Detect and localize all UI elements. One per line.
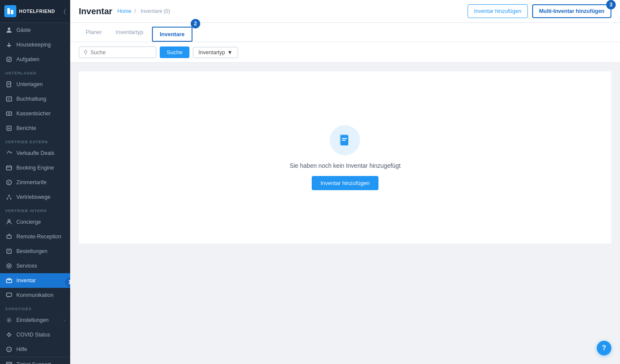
svg-point-18 bbox=[8, 220, 10, 222]
header-actions: Inventar hinzufügen Multi-Inventar hinzu… bbox=[468, 4, 611, 18]
sidebar-item-inventar[interactable]: Inventar 1 bbox=[0, 273, 70, 288]
tab-inventare[interactable]: Inventare bbox=[152, 27, 192, 42]
svg-text:€: € bbox=[8, 181, 10, 184]
svg-point-27 bbox=[8, 333, 10, 336]
sidebar-item-remote-reception[interactable]: Remote-Reception bbox=[0, 229, 70, 244]
sidebar-item-services-label: Services bbox=[16, 263, 65, 269]
accounting-icon bbox=[5, 95, 13, 103]
sidebar-item-booking-engine[interactable]: Booking Engine bbox=[0, 160, 70, 175]
section-label-sonstiges: SONSTIGES bbox=[0, 302, 70, 313]
sidebar-item-hilfe[interactable]: ? Hilfe bbox=[0, 342, 70, 357]
sidebar-item-ticket-label: Ticket Support bbox=[16, 361, 65, 364]
tabs-bar: Planer Inventartyp Inventare 2 bbox=[70, 23, 620, 42]
sidebar-item-housekeeping-label: Housekeeping bbox=[16, 42, 65, 48]
svg-rect-4 bbox=[9, 43, 9, 45]
breadcrumb-separator: / bbox=[134, 8, 136, 14]
empty-state-add-button[interactable]: Inventar hinzufügen bbox=[312, 176, 378, 190]
sidebar-item-kommunikation[interactable]: Kommunikation bbox=[0, 288, 70, 302]
svg-rect-1 bbox=[11, 10, 13, 14]
svg-rect-9 bbox=[6, 112, 12, 115]
tab-planer[interactable]: Planer bbox=[79, 23, 109, 42]
sidebar-item-zimmertarife[interactable]: € Zimmertarife bbox=[0, 175, 70, 190]
page-title: Inventar bbox=[79, 6, 112, 16]
sidebar-item-hilfe-label: Hilfe bbox=[16, 346, 65, 352]
svg-rect-23 bbox=[6, 279, 12, 283]
channel-icon bbox=[5, 193, 13, 201]
sidebar-item-unterlagen[interactable]: Unterlagen bbox=[0, 77, 70, 92]
toolbar: ⚲ Suche Inventartyp ▼ bbox=[70, 42, 620, 63]
sidebar-item-housekeeping[interactable]: Housekeeping bbox=[0, 37, 70, 52]
sidebar-item-aufgaben[interactable]: Aufgaben bbox=[0, 52, 70, 67]
help-button[interactable]: ? bbox=[597, 341, 611, 355]
svg-point-2 bbox=[8, 28, 10, 30]
sidebar-item-buchhaltung[interactable]: Buchhaltung bbox=[0, 92, 70, 106]
logo-text: HOTELFRIEND bbox=[19, 9, 55, 14]
annotation-badge-2: 2 bbox=[191, 19, 200, 28]
sidebar-item-berichte-label: Berichte bbox=[16, 125, 65, 131]
sidebar-collapse-btn[interactable]: 〈 bbox=[64, 8, 66, 15]
empty-message: Sie haben noch kein Inventar hinzugefügt bbox=[290, 162, 401, 169]
sidebar-item-verkaufte-deals[interactable]: Verkaufte Deals bbox=[0, 146, 70, 160]
sidebar-item-kassenbuecher[interactable]: Kassenbücher bbox=[0, 106, 70, 121]
arrow-icon: › bbox=[64, 318, 65, 323]
content-area: Sie haben noch kein Inventar hinzugefügt… bbox=[70, 63, 620, 364]
sidebar-item-booking-label: Booking Engine bbox=[16, 165, 65, 171]
svg-point-10 bbox=[8, 113, 10, 114]
svg-point-16 bbox=[7, 198, 8, 200]
sidebar-item-inventar-label: Inventar bbox=[16, 278, 65, 284]
filter-label: Inventartyp bbox=[198, 49, 225, 56]
svg-point-15 bbox=[9, 195, 10, 196]
sidebar-item-services[interactable]: Services bbox=[0, 259, 70, 273]
sidebar-item-kommunikation-label: Kommunikation bbox=[16, 292, 65, 298]
section-label-vertrieb-intern: VERTRIEB INTERN bbox=[0, 204, 70, 215]
help-icon: ? bbox=[5, 345, 13, 353]
multi-inventar-button[interactable]: Multi-Inventar hinzufügen bbox=[532, 4, 611, 18]
sidebar-item-unterlagen-label: Unterlagen bbox=[16, 81, 65, 87]
tab-inventartyp[interactable]: Inventartyp bbox=[109, 23, 150, 42]
svg-rect-12 bbox=[6, 166, 12, 170]
sidebar-item-bestellungen-label: Bestellungen bbox=[16, 248, 65, 254]
breadcrumb-home[interactable]: Home bbox=[118, 8, 131, 14]
sidebar-item-berichte[interactable]: Berichte bbox=[0, 121, 70, 136]
sidebar-item-deals-label: Verkaufte Deals bbox=[16, 150, 65, 156]
deal-icon bbox=[5, 149, 13, 157]
svg-point-22 bbox=[8, 265, 10, 267]
sidebar-logo: HOTELFRIEND 〈 bbox=[0, 0, 70, 23]
settings-icon bbox=[5, 316, 13, 324]
sidebar-item-einstellungen[interactable]: Einstellungen › bbox=[0, 313, 70, 327]
section-label-unterlagen: UNTERLAGEN bbox=[0, 67, 70, 77]
sidebar-item-vertriebswege-label: Vertriebswege bbox=[16, 194, 65, 200]
chat-icon bbox=[5, 291, 13, 299]
inventory-icon bbox=[5, 277, 13, 284]
search-button[interactable]: Suche bbox=[160, 46, 189, 58]
svg-rect-0 bbox=[7, 8, 10, 14]
order-icon bbox=[5, 247, 13, 255]
sidebar-item-aufgaben-label: Aufgaben bbox=[16, 56, 65, 62]
search-input[interactable] bbox=[90, 49, 152, 56]
sidebar-item-covid[interactable]: COVID Status bbox=[0, 327, 70, 342]
add-inventar-button[interactable]: Inventar hinzufügen bbox=[468, 4, 528, 18]
svg-rect-7 bbox=[7, 82, 11, 87]
housekeeping-icon bbox=[5, 41, 13, 49]
svg-rect-20 bbox=[7, 249, 11, 253]
sidebar-item-covid-label: COVID Status bbox=[16, 332, 65, 338]
svg-point-17 bbox=[10, 198, 12, 200]
booking-icon bbox=[5, 164, 13, 172]
sidebar-item-gaeste-label: Gäste bbox=[16, 27, 65, 33]
sidebar-item-bestellungen[interactable]: Bestellungen bbox=[0, 244, 70, 259]
inventartyp-filter-button[interactable]: Inventartyp ▼ bbox=[193, 47, 238, 58]
task-icon bbox=[5, 56, 13, 63]
report-icon bbox=[5, 124, 13, 132]
sidebar-bottom: Ticket Support A Anna @Admin → bbox=[0, 357, 70, 364]
sidebar-item-vertriebswege[interactable]: Vertriebswege bbox=[0, 190, 70, 204]
sidebar-item-gaeste[interactable]: Gäste bbox=[0, 23, 70, 37]
annotation-badge-3: 3 bbox=[606, 0, 616, 9]
sidebar-item-concierge[interactable]: Concierge bbox=[0, 215, 70, 229]
sidebar-item-ticket-support[interactable]: Ticket Support bbox=[0, 357, 70, 364]
empty-icon bbox=[330, 125, 360, 155]
doc-icon bbox=[5, 80, 13, 88]
breadcrumb-current: Inventare (0) bbox=[141, 8, 170, 14]
price-icon: € bbox=[5, 179, 13, 186]
sidebar-item-buchhaltung-label: Buchhaltung bbox=[16, 96, 65, 102]
cash-icon bbox=[5, 110, 13, 117]
